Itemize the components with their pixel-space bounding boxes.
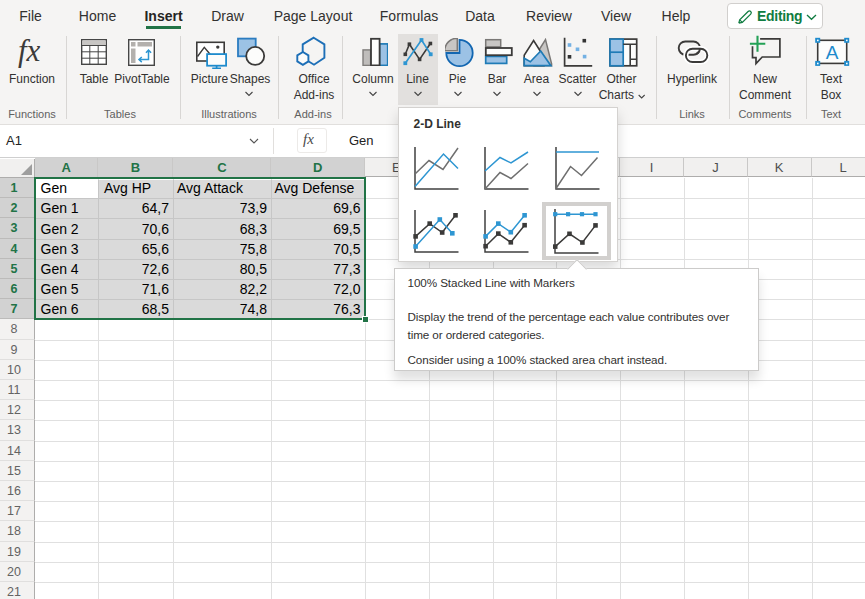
- svg-text:A: A: [826, 42, 839, 63]
